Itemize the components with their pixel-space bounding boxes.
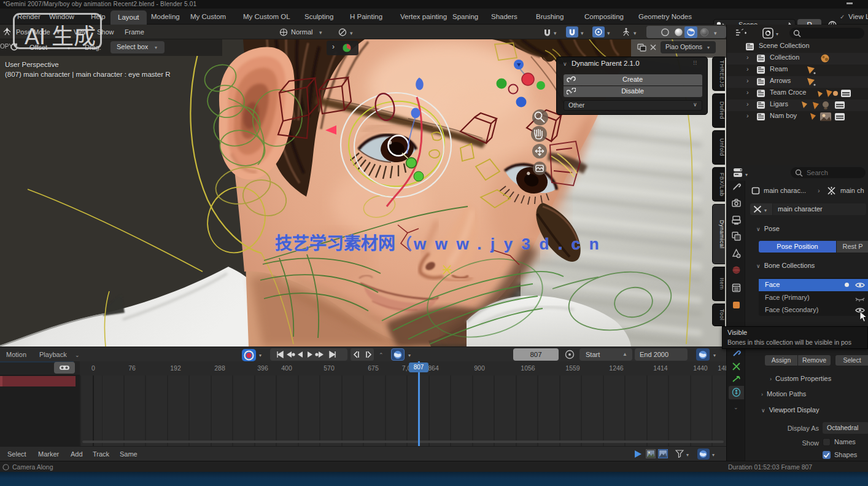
svg-text:（: （ [397,235,412,253]
svg-text:技艺学习素材网: 技艺学习素材网 [275,233,395,253]
svg-text:www.jy3d.cn: www.jy3d.cn [413,235,608,253]
